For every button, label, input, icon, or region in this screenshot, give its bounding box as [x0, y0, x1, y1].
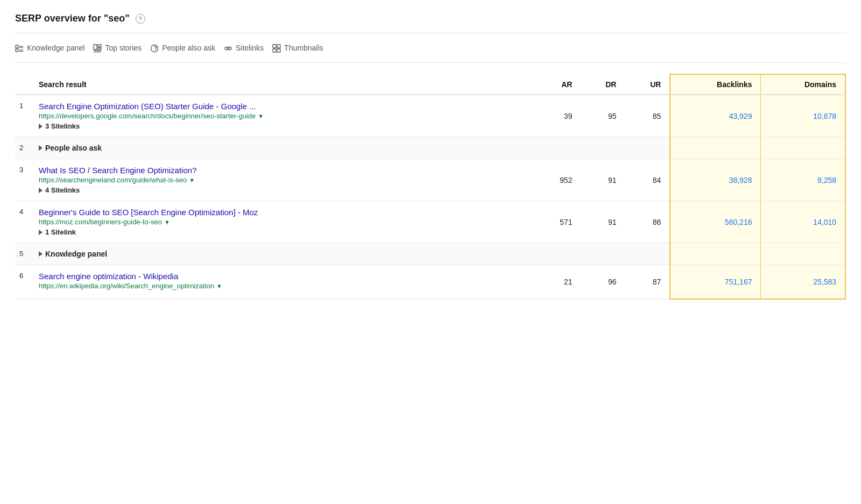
filter-bar: Knowledge panel Top stories ? People als…	[15, 41, 846, 63]
dr-cell	[581, 243, 625, 265]
help-icon[interactable]: ?	[136, 14, 145, 24]
col-dr: DR	[581, 74, 625, 95]
filter-people-also-ask-label: People also ask	[162, 44, 215, 52]
triangle-icon	[39, 188, 43, 193]
dr-cell: 91	[581, 201, 625, 243]
special-cell: Knowledge panel	[34, 243, 534, 265]
result-title-link[interactable]: Beginner's Guide to SEO [Search Engine O…	[39, 208, 530, 217]
result-url[interactable]: https://searchengineland.com/guide/what-…	[39, 176, 530, 184]
col-ar: AR	[534, 74, 581, 95]
ar-cell: 21	[534, 265, 581, 299]
row-number: 4	[15, 201, 34, 243]
ur-cell: 84	[625, 159, 670, 201]
domains-cell[interactable]: 10,678	[761, 95, 845, 137]
divider	[15, 33, 846, 33]
result-url[interactable]: https://en.wikipedia.org/wiki/Search_eng…	[39, 282, 530, 290]
ur-cell: 85	[625, 95, 670, 137]
top-stories-icon	[93, 43, 102, 53]
table-row: 4 Beginner's Guide to SEO [Search Engine…	[15, 201, 845, 243]
result-title-link[interactable]: What Is SEO / Search Engine Optimization…	[39, 166, 530, 175]
special-label[interactable]: People also ask	[39, 144, 530, 152]
col-domains: Domains	[761, 74, 845, 95]
result-url[interactable]: https://moz.com/beginners-guide-to-seo ▼	[39, 218, 530, 226]
domains-cell	[761, 243, 845, 265]
thumbnails-icon	[272, 43, 281, 53]
ar-cell: 39	[534, 95, 581, 137]
row-number: 1	[15, 95, 34, 137]
domains-cell[interactable]: 25,583	[761, 265, 845, 299]
results-table: Search result AR DR UR Backlinks Domains…	[15, 74, 846, 300]
people-also-ask-icon: ?	[150, 43, 159, 53]
sitelinks-label[interactable]: 3 Sitelinks	[39, 122, 530, 130]
table-row: 1 Search Engine Optimization (SEO) Start…	[15, 95, 845, 137]
row-number: 6	[15, 265, 34, 299]
col-num	[15, 74, 34, 95]
url-dropdown-arrow[interactable]: ▼	[164, 219, 170, 225]
filter-knowledge-panel[interactable]: Knowledge panel	[15, 41, 93, 55]
domains-cell[interactable]: 14,010	[761, 201, 845, 243]
filter-knowledge-panel-label: Knowledge panel	[27, 44, 84, 52]
svg-rect-15	[273, 45, 276, 48]
svg-rect-17	[273, 49, 276, 52]
url-dropdown-arrow[interactable]: ▼	[216, 283, 222, 289]
row-number: 2	[15, 137, 34, 159]
special-label-text: People also ask	[45, 144, 102, 152]
ar-cell	[534, 243, 581, 265]
special-label[interactable]: Knowledge panel	[39, 250, 530, 258]
sitelinks-count: 4 Sitelinks	[45, 186, 80, 194]
backlinks-cell[interactable]: 560,216	[670, 201, 761, 243]
dr-cell	[581, 137, 625, 159]
ur-cell	[625, 243, 670, 265]
sitelinks-count: 3 Sitelinks	[45, 122, 80, 130]
col-backlinks: Backlinks	[670, 74, 761, 95]
sitelinks-label[interactable]: 4 Sitelinks	[39, 186, 530, 194]
url-dropdown-arrow[interactable]: ▼	[258, 113, 264, 119]
filter-thumbnails[interactable]: Thumbnails	[272, 41, 331, 55]
svg-rect-16	[277, 45, 280, 48]
svg-rect-8	[98, 48, 101, 49]
ur-cell: 87	[625, 265, 670, 299]
dr-cell: 96	[581, 265, 625, 299]
ur-cell	[625, 137, 670, 159]
backlinks-cell[interactable]: 43,929	[670, 95, 761, 137]
page-title: SERP overview for "seo" ?	[15, 13, 846, 24]
filter-sitelinks-label: Sitelinks	[236, 44, 264, 52]
ar-cell: 952	[534, 159, 581, 201]
svg-rect-7	[98, 45, 101, 47]
svg-rect-18	[277, 49, 280, 52]
dr-cell: 91	[581, 159, 625, 201]
col-search-result: Search result	[34, 74, 534, 95]
special-cell: People also ask	[34, 137, 534, 159]
svg-point-13	[225, 47, 228, 50]
ur-cell: 86	[625, 201, 670, 243]
triangle-icon	[39, 145, 43, 151]
backlinks-cell[interactable]: 751,167	[670, 265, 761, 299]
filter-people-also-ask[interactable]: ? People also ask	[150, 41, 224, 55]
triangle-icon	[39, 124, 43, 129]
sitelinks-label[interactable]: 1 Sitelink	[39, 228, 530, 236]
result-title-link[interactable]: Search Engine Optimization (SEO) Starter…	[39, 102, 530, 111]
col-ur: UR	[625, 74, 670, 95]
result-cell: Beginner's Guide to SEO [Search Engine O…	[34, 201, 534, 243]
filter-sitelinks[interactable]: Sitelinks	[224, 41, 272, 55]
svg-rect-0	[16, 45, 18, 48]
row-number: 3	[15, 159, 34, 201]
svg-rect-1	[16, 49, 18, 52]
domains-cell	[761, 137, 845, 159]
url-dropdown-arrow[interactable]: ▼	[189, 177, 195, 183]
table-row: 2 People also ask	[15, 137, 845, 159]
ar-cell: 571	[534, 201, 581, 243]
backlinks-cell[interactable]: 38,928	[670, 159, 761, 201]
sitelinks-count: 1 Sitelink	[45, 228, 76, 236]
table-row: 6 Search engine optimization - Wikipedia…	[15, 265, 845, 299]
svg-rect-6	[94, 45, 97, 49]
result-url[interactable]: https://developers.google.com/search/doc…	[39, 112, 530, 120]
url-text: https://moz.com/beginners-guide-to-seo	[39, 218, 162, 226]
result-title-link[interactable]: Search engine optimization - Wikipedia	[39, 272, 530, 281]
svg-text:?: ?	[154, 46, 157, 52]
result-cell: What Is SEO / Search Engine Optimization…	[34, 159, 534, 201]
ar-cell	[534, 137, 581, 159]
filter-top-stories[interactable]: Top stories	[93, 41, 150, 55]
domains-cell[interactable]: 9,258	[761, 159, 845, 201]
filter-thumbnails-label: Thumbnails	[284, 44, 323, 52]
